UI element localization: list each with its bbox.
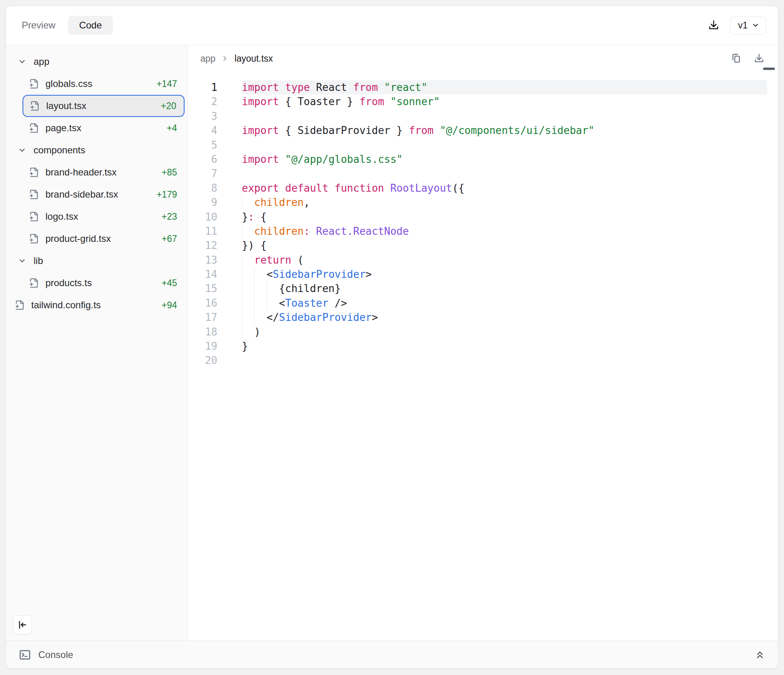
code-line-5[interactable]: 5 xyxy=(188,138,778,152)
folder-item-app[interactable]: app xyxy=(6,51,187,73)
file-item-logo.tsx[interactable]: logo.tsx+23 xyxy=(6,206,187,228)
code-line-content xyxy=(242,353,767,368)
line-number: 14 xyxy=(188,267,242,281)
indent-guide xyxy=(254,310,266,324)
code-line-1[interactable]: 1import type React from "react" xyxy=(188,80,778,94)
indent-guide xyxy=(267,296,279,310)
chevrons-up-icon xyxy=(754,649,765,660)
code-token: from xyxy=(409,123,434,138)
download-file-button[interactable] xyxy=(754,53,765,64)
version-dropdown[interactable]: v1 xyxy=(730,16,766,35)
file-label: product-grid.tsx xyxy=(45,233,111,244)
file-plus-icon xyxy=(15,300,25,310)
tab-code[interactable]: Code xyxy=(68,16,113,35)
breadcrumb: app layout.tsx xyxy=(188,45,778,69)
tab-preview[interactable]: Preview xyxy=(18,16,59,35)
code-token: children xyxy=(254,195,303,209)
chevron-down-icon xyxy=(18,146,26,155)
code-token: import type xyxy=(242,80,310,94)
workspace-body: appglobals.css+147layout.tsx+20page.tsx+… xyxy=(6,45,778,641)
file-item-brand-header.tsx[interactable]: brand-header.tsx+85 xyxy=(6,161,187,183)
download-icon xyxy=(708,19,720,31)
code-line-14[interactable]: 14<SidebarProvider> xyxy=(188,267,778,281)
code-viewport[interactable]: 1import type React from "react"2import {… xyxy=(188,69,778,641)
scrollbar-thumb[interactable] xyxy=(763,68,775,70)
folder-item-lib[interactable]: lib xyxy=(6,250,187,272)
collapse-sidebar-button[interactable] xyxy=(13,615,32,634)
code-token: ) xyxy=(254,325,260,339)
file-plus-icon xyxy=(30,101,40,111)
code-line-9[interactable]: 9children, xyxy=(188,195,778,209)
code-token: children xyxy=(254,224,303,238)
console-bar[interactable]: Console xyxy=(6,641,778,668)
indent-guide xyxy=(242,296,254,310)
code-token: export default function xyxy=(242,181,384,195)
code-token: : xyxy=(304,224,310,238)
line-number: 16 xyxy=(188,296,242,310)
code-token: { xyxy=(254,210,266,224)
file-item-product-grid.tsx[interactable]: product-grid.tsx+67 xyxy=(6,228,187,250)
file-item-tailwind.config.ts[interactable]: tailwind.config.ts+94 xyxy=(6,294,187,316)
chevron-down-icon xyxy=(18,57,26,66)
code-line-4[interactable]: 4import { SidebarProvider } from "@/comp… xyxy=(188,123,778,138)
code-line-10[interactable]: 10}: { xyxy=(188,210,778,224)
expand-console-button[interactable] xyxy=(754,649,765,660)
terminal-icon xyxy=(19,649,31,661)
code-line-11[interactable]: 11children: React.ReactNode xyxy=(188,224,778,238)
file-item-brand-sidebar.tsx[interactable]: brand-sidebar.tsx+179 xyxy=(6,183,187,206)
indent-guide xyxy=(242,195,254,209)
code-line-16[interactable]: 16<Toaster /> xyxy=(188,296,778,310)
code-line-18[interactable]: 18) xyxy=(188,325,778,339)
toolbar-right-actions: v1 xyxy=(708,16,766,35)
code-line-15[interactable]: 15{children} xyxy=(188,281,778,296)
code-token: > xyxy=(366,267,372,281)
code-token: } xyxy=(242,210,248,224)
code-line-content: children, xyxy=(242,195,767,209)
file-label: layout.tsx xyxy=(46,100,86,111)
code-line-19[interactable]: 19} xyxy=(188,339,778,353)
line-number: 20 xyxy=(188,353,242,368)
code-line-13[interactable]: 13return ( xyxy=(188,253,778,267)
code-line-8[interactable]: 8export default function RootLayout({ xyxy=(188,181,778,195)
line-number: 18 xyxy=(188,325,242,339)
code-token: from xyxy=(353,80,378,94)
code-token: import xyxy=(242,123,279,138)
indent-guide xyxy=(254,296,266,310)
folder-label: lib xyxy=(34,255,43,266)
folder-item-components[interactable]: components xyxy=(6,139,187,161)
file-item-page.tsx[interactable]: page.tsx+4 xyxy=(6,117,187,139)
code-token: "@/app/globals.css" xyxy=(279,152,403,166)
copy-code-button[interactable] xyxy=(731,53,742,64)
folder-label: app xyxy=(34,56,49,67)
file-item-products.ts[interactable]: products.ts+45 xyxy=(6,272,187,294)
code-token: React.ReactNode xyxy=(310,224,409,238)
code-token: SidebarProvider xyxy=(273,267,366,281)
line-number: 9 xyxy=(188,195,242,209)
code-line-2[interactable]: 2import { Toaster } from "sonner" xyxy=(188,94,778,109)
code-token: , xyxy=(304,195,310,209)
code-line-content: </SidebarProvider> xyxy=(242,310,767,324)
code-token: /> xyxy=(328,296,347,310)
breadcrumb-folder[interactable]: app xyxy=(200,53,215,64)
download-project-button[interactable] xyxy=(708,19,720,31)
code-line-3[interactable]: 3 xyxy=(188,109,778,123)
code-token: </ xyxy=(267,310,279,324)
code-line-17[interactable]: 17</SidebarProvider> xyxy=(188,310,778,324)
code-line-content: }: { xyxy=(242,210,767,224)
file-item-layout.tsx[interactable]: layout.tsx+20 xyxy=(23,95,185,117)
file-label: globals.css xyxy=(45,78,92,89)
code-token: ({ xyxy=(452,181,464,195)
line-number: 6 xyxy=(188,152,242,166)
code-line-12[interactable]: 12}) { xyxy=(188,238,778,253)
code-line-7[interactable]: 7 xyxy=(188,166,778,181)
diff-added-badge: +23 xyxy=(162,211,177,222)
code-line-content: import "@/app/globals.css" xyxy=(242,152,767,166)
file-label: logo.tsx xyxy=(45,211,78,222)
code-line-6[interactable]: 6import "@/app/globals.css" xyxy=(188,152,778,166)
line-number: 12 xyxy=(188,238,242,253)
indent-guide xyxy=(242,224,254,238)
diff-added-badge: +4 xyxy=(167,123,177,134)
file-item-globals.css[interactable]: globals.css+147 xyxy=(6,73,187,95)
code-token: } xyxy=(242,339,248,353)
code-line-20[interactable]: 20 xyxy=(188,353,778,368)
